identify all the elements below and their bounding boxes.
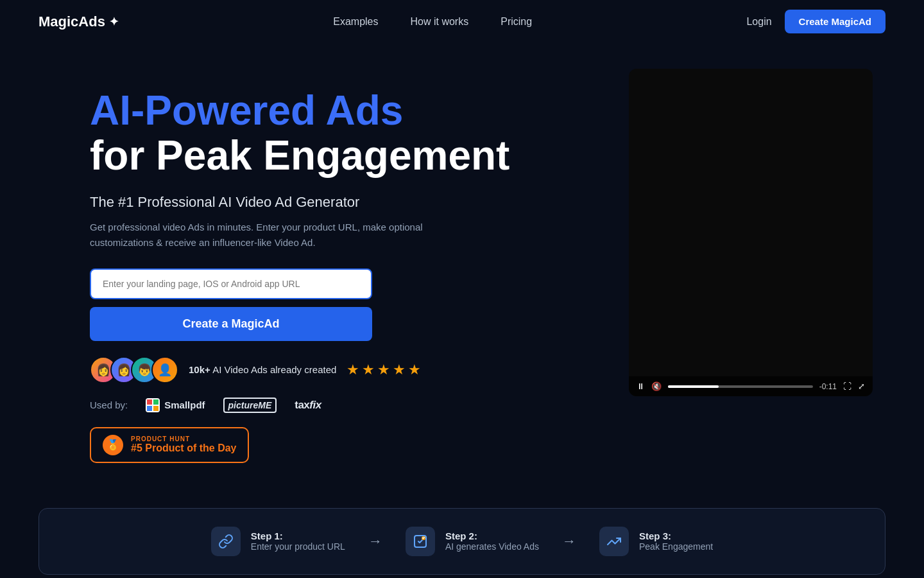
nav-examples[interactable]: Examples: [333, 16, 378, 28]
step-1: Step 1: Enter your product URL: [211, 527, 345, 556]
arrow-2: →: [562, 533, 576, 550]
svg-rect-2: [153, 399, 158, 405]
step-2-title: Step 2:: [445, 530, 539, 541]
hero-title-white: for Peak Engagement: [90, 133, 603, 178]
ph-badge-text: PRODUCT HUNT #5 Product of the Day: [131, 435, 236, 454]
progress-bar[interactable]: [668, 385, 813, 388]
used-by: Used by: Smallpdf pictureME taxfix: [90, 398, 603, 413]
svg-rect-1: [147, 399, 152, 405]
product-hunt-badge: 🏅 PRODUCT HUNT #5 Product of the Day: [90, 427, 249, 463]
expand-button[interactable]: ⤢: [858, 381, 865, 391]
step-1-content: Step 1: Enter your product URL: [251, 530, 345, 552]
step-2-content: Step 2: AI generates Video Ads: [445, 530, 539, 552]
star-rating: ★ ★ ★ ★ ★: [346, 362, 421, 378]
url-input[interactable]: [90, 268, 372, 299]
nav-right: Login Create MagicAd: [746, 10, 886, 33]
star-3: ★: [377, 362, 390, 378]
star-1: ★: [346, 362, 359, 378]
step-3-desc: Peak Engagement: [639, 541, 713, 552]
avatars: 👩 👩 👦 👤: [90, 356, 178, 383]
login-button[interactable]: Login: [746, 16, 771, 28]
step-3-content: Step 3: Peak Engagement: [639, 530, 713, 552]
hero-subtitle: The #1 Professional AI Video Ad Generato…: [90, 194, 603, 211]
star-2: ★: [362, 362, 375, 378]
taxfix-logo: taxfix: [295, 399, 321, 412]
ph-rank: #5 Product of the Day: [131, 442, 236, 454]
progress-fill: [668, 385, 719, 388]
smallpdf-logo: Smallpdf: [146, 398, 205, 412]
nav-pricing[interactable]: Pricing: [501, 16, 532, 28]
step-3-icon: [599, 527, 629, 556]
nav-how-it-works[interactable]: How it works: [411, 16, 469, 28]
hero-description: Get professional video Ads in minutes. E…: [90, 220, 449, 250]
svg-rect-4: [153, 406, 158, 411]
step-2: Step 2: AI generates Video Ads: [406, 527, 539, 556]
time-display: -0:11: [819, 382, 837, 391]
step-2-desc: AI generates Video Ads: [445, 541, 539, 552]
avatar-4: 👤: [151, 356, 178, 383]
create-magicad-nav-button[interactable]: Create MagicAd: [785, 10, 886, 33]
video-player: ⏸ 🔇 -0:11 ⛶ ⤢: [629, 69, 873, 396]
step-1-icon: [211, 527, 241, 556]
svg-rect-3: [147, 406, 152, 411]
hero-title-blue: AI-Powered Ads: [90, 88, 603, 133]
used-by-label: Used by:: [90, 399, 128, 410]
navbar: MagicAds ✦ Examples How it works Pricing…: [0, 0, 924, 43]
ph-label: PRODUCT HUNT: [131, 435, 236, 442]
logo-icon: MagicAds: [38, 13, 105, 30]
star-5: ★: [408, 362, 421, 378]
hero-section: AI-Powered Ads for Peak Engagement The #…: [0, 43, 924, 489]
step-3: Step 3: Peak Engagement: [599, 527, 713, 556]
arrow-1: →: [368, 533, 382, 550]
steps-banner: Step 1: Enter your product URL → Step 2:…: [38, 508, 886, 575]
step-1-title: Step 1:: [251, 530, 345, 541]
social-proof: 👩 👩 👦 👤 10k+ AI Video Ads already create…: [90, 356, 603, 383]
video-controls: ⏸ 🔇 -0:11 ⛶ ⤢: [629, 376, 873, 396]
create-magicad-button[interactable]: Create a MagicAd: [90, 307, 372, 341]
step-2-icon: [406, 527, 435, 556]
step-3-title: Step 3:: [639, 530, 713, 541]
step-1-desc: Enter your product URL: [251, 541, 345, 552]
fullscreen-button[interactable]: ⛶: [843, 381, 851, 391]
hero-left: AI-Powered Ads for Peak Engagement The #…: [90, 69, 603, 463]
mute-button[interactable]: 🔇: [651, 381, 662, 391]
pause-button[interactable]: ⏸: [637, 381, 645, 391]
logo[interactable]: MagicAds ✦: [38, 13, 119, 30]
nav-links: Examples How it works Pricing: [333, 16, 532, 28]
ph-medal-icon: 🏅: [103, 435, 123, 455]
proof-count: 10k+ AI Video Ads already created: [189, 364, 336, 375]
pictureme-logo: pictureME: [223, 398, 277, 413]
star-4: ★: [393, 362, 406, 378]
smallpdf-name: Smallpdf: [164, 399, 205, 410]
logo-badge: ✦: [109, 15, 119, 29]
